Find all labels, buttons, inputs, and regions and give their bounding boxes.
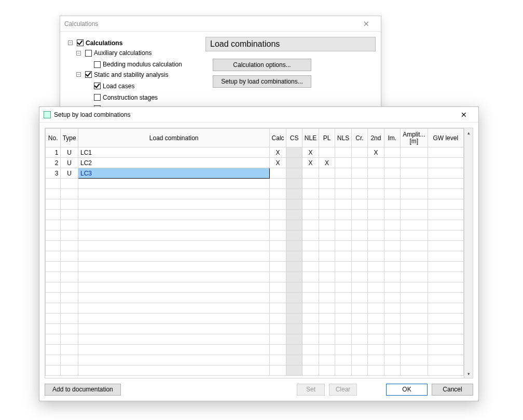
add-to-documentation-button[interactable]: Add to documentation: [45, 384, 121, 396]
cell-pl[interactable]: X: [319, 158, 335, 168]
cell-empty[interactable]: [335, 241, 351, 251]
cell-empty[interactable]: [428, 282, 463, 293]
tree-item-auxiliary[interactable]: − Auxiliary calculations: [76, 48, 152, 58]
cell-empty[interactable]: [428, 314, 463, 324]
cell-empty[interactable]: [270, 324, 286, 334]
collapse-icon[interactable]: −: [68, 40, 73, 45]
cell-empty[interactable]: [428, 303, 463, 314]
tree-item-calculations[interactable]: − Calculations: [68, 38, 122, 48]
cell-empty[interactable]: [286, 282, 302, 293]
cell-empty[interactable]: [78, 210, 269, 220]
cell-empty[interactable]: [78, 262, 269, 272]
cell-load-combination[interactable]: LC1: [78, 147, 269, 158]
cell-empty[interactable]: [428, 241, 463, 251]
cell-load-combination[interactable]: LC2: [78, 158, 269, 168]
cell-no[interactable]: 2: [46, 158, 61, 168]
table-row[interactable]: [46, 231, 464, 241]
cell-empty[interactable]: [351, 231, 367, 241]
cell-empty[interactable]: [335, 334, 351, 345]
cell-nle[interactable]: X: [302, 158, 319, 168]
cell-empty[interactable]: [286, 220, 302, 231]
col-cr[interactable]: Cr.: [351, 129, 367, 147]
cell-empty[interactable]: [351, 324, 367, 334]
cell-empty[interactable]: [351, 345, 367, 355]
col-type[interactable]: Type: [61, 129, 78, 147]
cell-empty[interactable]: [286, 199, 302, 210]
cell-nle[interactable]: [302, 168, 319, 179]
cell-empty[interactable]: [78, 355, 269, 365]
cell-empty[interactable]: [61, 251, 78, 262]
scroll-up-icon[interactable]: ▴: [464, 128, 473, 137]
cell-empty[interactable]: [428, 210, 463, 220]
col-2nd[interactable]: 2nd: [368, 129, 384, 147]
cell-empty[interactable]: [351, 179, 367, 189]
cell-empty[interactable]: [319, 293, 335, 303]
cell-empty[interactable]: [270, 220, 286, 231]
cell-empty[interactable]: [368, 345, 384, 355]
cell-empty[interactable]: [270, 262, 286, 272]
cell-empty[interactable]: [384, 262, 400, 272]
cell-empty[interactable]: [302, 199, 319, 210]
cell-empty[interactable]: [428, 199, 463, 210]
cell-empty[interactable]: [270, 303, 286, 314]
cell-empty[interactable]: [270, 231, 286, 241]
cell-empty[interactable]: [368, 303, 384, 314]
cell-empty[interactable]: [368, 272, 384, 282]
cell-empty[interactable]: [319, 220, 335, 231]
col-nle[interactable]: NLE: [302, 129, 319, 147]
cell-empty[interactable]: [335, 293, 351, 303]
cell-empty[interactable]: [319, 365, 335, 376]
cell-empty[interactable]: [78, 293, 269, 303]
table-row[interactable]: [46, 210, 464, 220]
cell-empty[interactable]: [384, 334, 400, 345]
cell-empty[interactable]: [286, 210, 302, 220]
scroll-down-icon[interactable]: ▾: [464, 369, 473, 378]
cell-empty[interactable]: [302, 272, 319, 282]
cell-empty[interactable]: [78, 365, 269, 376]
cell-empty[interactable]: [46, 210, 61, 220]
cell-empty[interactable]: [384, 345, 400, 355]
cell-empty[interactable]: [319, 262, 335, 272]
cell-empty[interactable]: [270, 282, 286, 293]
cell-empty[interactable]: [302, 189, 319, 199]
cell-empty[interactable]: [335, 210, 351, 220]
cell-empty[interactable]: [401, 251, 428, 262]
col-im[interactable]: Im.: [384, 129, 400, 147]
cell-empty[interactable]: [78, 282, 269, 293]
cell-empty[interactable]: [351, 303, 367, 314]
cell-empty[interactable]: [335, 272, 351, 282]
cell-empty[interactable]: [78, 251, 269, 262]
calculation-options-button[interactable]: Calculation options...: [213, 59, 311, 71]
vertical-scrollbar[interactable]: ▴ ▾: [464, 128, 473, 378]
cell-empty[interactable]: [401, 355, 428, 365]
checkbox[interactable]: [85, 50, 92, 57]
cell-empty[interactable]: [368, 179, 384, 189]
table-row[interactable]: [46, 365, 464, 376]
cell-empty[interactable]: [302, 262, 319, 272]
cell-empty[interactable]: [286, 241, 302, 251]
cell-empty[interactable]: [270, 272, 286, 282]
load-combinations-table[interactable]: No. Type Load combination Calc CS NLE PL…: [45, 128, 464, 376]
cell-empty[interactable]: [335, 220, 351, 231]
cell-no[interactable]: 3: [46, 168, 61, 179]
table-row[interactable]: [46, 272, 464, 282]
cell-empty[interactable]: [351, 210, 367, 220]
cell-empty[interactable]: [319, 282, 335, 293]
cell-empty[interactable]: [368, 262, 384, 272]
collapse-icon[interactable]: −: [76, 72, 81, 77]
cell-empty[interactable]: [401, 262, 428, 272]
cell-empty[interactable]: [286, 231, 302, 241]
cell-empty[interactable]: [351, 220, 367, 231]
cell-empty[interactable]: [401, 293, 428, 303]
cell-empty[interactable]: [335, 303, 351, 314]
table-row[interactable]: [46, 303, 464, 314]
cell-empty[interactable]: [46, 314, 61, 324]
cell-empty[interactable]: [319, 324, 335, 334]
cell-empty[interactable]: [78, 324, 269, 334]
cell-empty[interactable]: [428, 365, 463, 376]
cell-empty[interactable]: [319, 179, 335, 189]
cell-empty[interactable]: [401, 282, 428, 293]
cell-empty[interactable]: [78, 220, 269, 231]
cell-cr[interactable]: [351, 168, 367, 179]
cell-empty[interactable]: [384, 324, 400, 334]
